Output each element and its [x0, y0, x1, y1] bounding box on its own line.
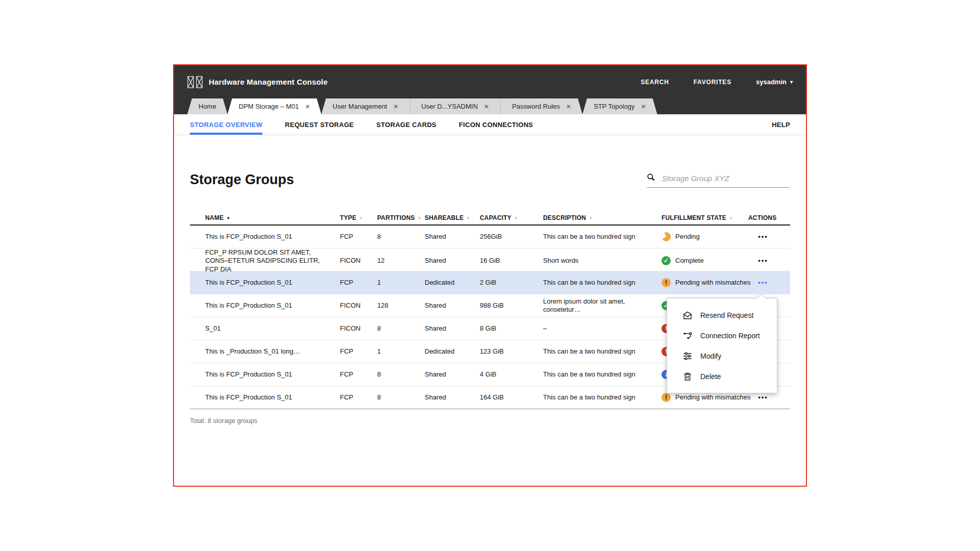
cell-type: FICON — [340, 257, 377, 265]
close-icon[interactable]: ✕ — [305, 104, 310, 110]
cell-shareable: Shared — [425, 370, 480, 379]
sub-navigation: STORAGE OVERVIEW REQUEST STORAGE STORAGE… — [174, 114, 806, 135]
cell-description: This can be a two hundred sign — [543, 393, 662, 402]
cell-type: FCP — [340, 347, 377, 356]
row-actions-button[interactable]: ••• — [758, 233, 768, 240]
column-header-shareable[interactable]: SHAREABLE▲ — [425, 214, 480, 221]
cell-capacity: 16 GiB — [480, 257, 543, 265]
row-actions-button[interactable]: ••• — [758, 393, 768, 401]
cell-partitions: 12 — [377, 257, 425, 265]
tab-home[interactable]: Home — [187, 98, 228, 114]
tab-user-dysadmin[interactable]: User D...YSADMIN ✕ — [410, 98, 501, 114]
subnav-storage-cards[interactable]: STORAGE CARDS — [376, 114, 436, 135]
status-label: Pending with mismatches — [675, 393, 750, 402]
menu-item-delete[interactable]: Delete — [667, 366, 777, 387]
hmc-window: Hardware Management Console SEARCH FAVOR… — [173, 64, 807, 487]
tab-password-rules[interactable]: Password Rules ✕ — [500, 98, 582, 114]
cell-capacity: 2 GiB — [480, 279, 543, 287]
cell-shareable: Shared — [425, 393, 480, 402]
cell-actions: ••• — [748, 393, 792, 402]
cell-name: This is FCP_Production S_01 — [190, 233, 340, 241]
status-warn-icon: ! — [662, 278, 671, 287]
page-title: Storage Groups — [190, 172, 294, 188]
cell-description: This can be a two hundred sign — [543, 370, 662, 379]
status-label: Pending with mismatches — [675, 279, 750, 287]
status-label: Complete — [675, 257, 704, 265]
cell-partitions: 1 — [377, 279, 425, 287]
cell-actions: ••• — [748, 257, 792, 265]
cell-partitions: 8 — [377, 233, 425, 241]
table-row[interactable]: This is FCP_Production S_01FCP1Dedicated… — [190, 271, 790, 294]
trash-icon — [682, 371, 693, 382]
column-header-partitions[interactable]: PARTITIONS▲ — [377, 214, 425, 221]
table-row[interactable]: FCP_P RPSUM DOLOR SIT AMET, CONS–ETETUR … — [190, 248, 790, 271]
cell-state: ✓Complete — [662, 256, 748, 265]
cell-type: FCP — [340, 279, 377, 287]
close-icon[interactable]: ✕ — [393, 104, 398, 110]
cell-shareable: Dedicated — [425, 347, 480, 356]
sort-asc-icon: ▲ — [359, 216, 363, 220]
masthead: Hardware Management Console SEARCH FAVOR… — [174, 65, 806, 98]
subnav-request-storage[interactable]: REQUEST STORAGE — [285, 114, 354, 135]
tab-dpm-storage[interactable]: DPM Storage – M01 ✕ — [228, 98, 322, 114]
hmc-logo-icon — [187, 76, 203, 88]
tab-user-management[interactable]: User Management ✕ — [322, 98, 410, 114]
status-label: Pending — [675, 233, 700, 241]
cell-actions: ••• — [748, 233, 792, 241]
table-row[interactable]: This is FCP_Production S_01FCP8Shared256… — [190, 226, 790, 248]
cell-state: Pending — [662, 232, 748, 241]
cell-partitions: 128 — [377, 302, 425, 310]
cell-shareable: Shared — [425, 233, 480, 241]
cell-name: This is FCP_Production S_01 — [190, 370, 340, 379]
user-menu-button[interactable]: sysadmin ▾ — [756, 78, 793, 86]
column-header-fulfillment-state[interactable]: FULFILLMENT STATE▲ — [662, 214, 748, 221]
cell-description: Short words — [543, 257, 662, 265]
search-input[interactable] — [661, 173, 790, 183]
storage-group-search[interactable] — [647, 173, 790, 188]
column-header-name[interactable]: NAME▲ — [190, 214, 340, 221]
subnav-storage-overview[interactable]: STORAGE OVERVIEW — [190, 114, 262, 135]
tab-stp-topology[interactable]: STP Topology ✕ — [582, 98, 657, 114]
envelope-icon — [682, 310, 693, 320]
sort-asc-icon: ▲ — [589, 216, 593, 220]
cell-description: – — [543, 324, 662, 333]
cell-type: FCP — [340, 393, 377, 402]
sort-asc-icon: ▲ — [418, 216, 422, 220]
app-title: Hardware Management Console — [209, 78, 328, 86]
column-header-description[interactable]: DESCRIPTION▲ — [543, 214, 662, 221]
cell-state: !Pending with mismatches — [662, 393, 748, 402]
cell-shareable: Shared — [425, 324, 480, 333]
cell-capacity: 988 GiB — [480, 302, 543, 310]
sort-asc-icon: ▲ — [729, 216, 733, 220]
close-icon[interactable]: ✕ — [641, 104, 646, 110]
connection-icon — [682, 331, 693, 341]
cell-capacity: 164 GiB — [480, 393, 543, 402]
cell-shareable: Shared — [425, 257, 480, 265]
row-actions-button[interactable]: ••• — [758, 279, 768, 286]
cell-type: FICON — [340, 324, 377, 333]
cell-capacity: 123 GiB — [480, 347, 543, 356]
close-icon[interactable]: ✕ — [484, 104, 489, 110]
column-header-type[interactable]: TYPE▲ — [340, 214, 377, 221]
sort-asc-icon: ▲ — [226, 216, 230, 220]
menu-item-modify[interactable]: Modify — [667, 346, 777, 366]
close-icon[interactable]: ✕ — [566, 104, 571, 110]
cell-description: This can be a two hundred sign — [543, 233, 662, 241]
cell-name: This is FCP_Production S_01 — [190, 279, 340, 287]
favorites-menu-button[interactable]: FAVORITES — [694, 79, 731, 86]
cell-partitions: 8 — [377, 324, 425, 333]
search-menu-button[interactable]: SEARCH — [641, 79, 669, 86]
menu-item-resend-request[interactable]: Resend Request — [667, 305, 777, 325]
cell-description: This can be a two hundred sign — [543, 347, 662, 356]
row-actions-menu: Resend Request Connection Report — [667, 298, 777, 393]
subnav-ficon-connections[interactable]: FICON CONNECTIONS — [459, 114, 533, 135]
cell-actions: ••• — [748, 279, 792, 287]
cell-state: !Pending with mismatches — [662, 278, 748, 287]
subnav-help[interactable]: HELP — [772, 114, 790, 135]
cell-partitions: 1 — [377, 347, 425, 356]
sliders-icon — [682, 351, 693, 361]
status-warn-icon: ! — [662, 393, 671, 402]
menu-item-connection-report[interactable]: Connection Report — [667, 325, 777, 346]
column-header-capacity[interactable]: CAPACITY▲ — [480, 214, 543, 221]
row-actions-button[interactable]: ••• — [758, 257, 768, 264]
